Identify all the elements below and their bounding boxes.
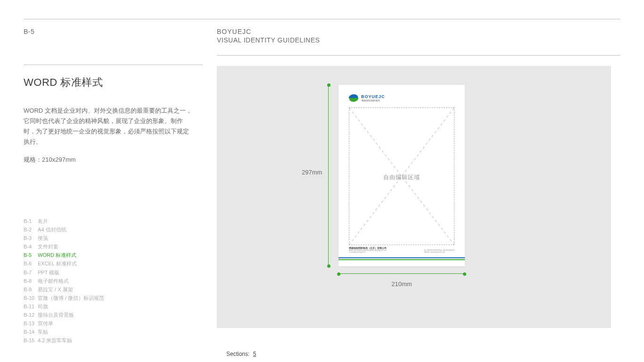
mid-rule-left (24, 65, 203, 65)
toc-item-b-11[interactable]: B-11司旗 (24, 302, 104, 311)
toc-item-code: B-7 (24, 268, 38, 277)
toc-item-code: B-3 (24, 234, 38, 242)
toc-item-b-7[interactable]: B-7PPT 模版 (24, 268, 104, 277)
toc-item-label: WORD 标准样式 (38, 251, 76, 259)
document-preview: BOYUEJC 博越锦程国际物流 自由编辑区域 (339, 85, 465, 266)
document-footer: 博越锦程国际物流（北京）有限公司 Boyue Jincheng Internat… (349, 247, 454, 261)
dimension-horizontal-line (339, 273, 465, 274)
toc-item-code: B-8 (24, 277, 38, 285)
dimension-vertical-line (328, 85, 329, 266)
toc-item-b-3[interactable]: B-3便笺 (24, 234, 104, 242)
toc-item-code: B-10 (24, 294, 38, 302)
toc-item-code: B-2 (24, 225, 38, 234)
editable-area: 自由编辑区域 (349, 107, 454, 245)
toc-item-code: B-5 (24, 251, 38, 259)
logo-text-secondary: 博越锦程国际物流 (361, 99, 385, 102)
toc-item-b-15[interactable]: B-154.2 米货车车贴 (24, 336, 104, 345)
toc-item-label: 电子邮件格式 (38, 277, 69, 285)
toc-item-b-6[interactable]: B-6EXCEL 标准样式 (24, 259, 104, 268)
toc-item-label: 4.2 米货车车贴 (38, 336, 72, 345)
toc-item-label: 名片 (38, 217, 48, 225)
dimension-height-label: 297mm (302, 169, 322, 176)
toc-item-code: B-4 (24, 242, 38, 251)
logo-text-primary: BOYUEJC (361, 94, 385, 99)
toc-item-b-1[interactable]: B-1名片 (24, 217, 104, 225)
top-rule (24, 19, 620, 19)
toc-item-label: 车贴 (38, 328, 48, 336)
toc-item-label: 文件封套 (38, 242, 58, 251)
toc-item-label: 宣传单 (38, 319, 53, 328)
sections-indicator: Sections: 5 (226, 351, 256, 357)
toc-item-b-5[interactable]: B-5WORD 标准样式 (24, 251, 104, 259)
toc-item-code: B-6 (24, 259, 38, 268)
body-text: WORD 文档是企业对内、对外交换信息的最重要的工具之一，它同时也代表了企业的精… (24, 106, 193, 147)
brand-subtitle: VISUAL IDENTITY GUIDELINES (217, 36, 620, 44)
dimension-width-label: 210mm (217, 280, 586, 288)
toc-item-label: EXCEL 标准样式 (38, 259, 77, 268)
toc-item-code: B-14 (24, 328, 38, 336)
spec-text: 规格：210x297mm (24, 156, 203, 164)
sections-label: Sections: (226, 351, 249, 357)
toc-item-code: B-1 (24, 217, 38, 225)
toc-item-label: 司旗 (38, 302, 48, 311)
footer-company-cn: 博越锦程国际物流（北京）有限公司 (349, 247, 387, 249)
page-title: WORD 标准样式 (24, 75, 203, 90)
toc-item-label: PPT 模版 (38, 268, 59, 277)
preview-canvas: 297mm 210mm BOYUEJC 博越锦程国际物流 (217, 66, 611, 328)
toc-item-b-10[interactable]: B-10官微（微博 / 微信）标识规范 (24, 294, 104, 302)
footer-address: 北京市朝阳区光华路甲2号 (349, 251, 387, 253)
toc-item-b-2[interactable]: B-2A4 信封信纸 (24, 225, 104, 234)
toc-item-b-13[interactable]: B-13宣传单 (24, 319, 104, 328)
toc-item-b-9[interactable]: B-9易拉宝 / X 展架 (24, 285, 104, 294)
page-code: B-5 (24, 28, 203, 45)
toc-item-code: B-15 (24, 336, 38, 345)
footer-contact-web: Website: www.boyuejc-intl.com (424, 251, 454, 253)
toc-item-label: 便笺 (38, 234, 48, 242)
toc-item-b-14[interactable]: B-14车贴 (24, 328, 104, 336)
table-of-contents: B-1名片B-2A4 信封信纸B-3便笺B-4文件封套B-5WORD 标准样式B… (24, 217, 104, 345)
toc-item-label: 易拉宝 / X 展架 (38, 285, 73, 294)
toc-item-code: B-13 (24, 319, 38, 328)
toc-item-code: B-9 (24, 285, 38, 294)
mid-rule-right (217, 55, 620, 56)
toc-item-b-8[interactable]: B-8电子邮件格式 (24, 277, 104, 285)
toc-item-code: B-11 (24, 302, 38, 311)
footer-line-blue (339, 257, 465, 258)
document-logo: BOYUEJC 博越锦程国际物流 (349, 94, 385, 102)
footer-line-green (339, 259, 465, 260)
logo-mark-icon (349, 94, 358, 102)
toc-item-label: 官微（微博 / 微信）标识规范 (38, 294, 104, 302)
toc-item-b-12[interactable]: B-12接待台及背景板 (24, 311, 104, 319)
brand-name: BOYUEJC (217, 28, 620, 35)
sections-value: 5 (253, 351, 256, 357)
editable-area-label: 自由编辑区域 (349, 173, 454, 181)
toc-item-code: B-12 (24, 311, 38, 319)
toc-item-label: A4 信封信纸 (38, 225, 66, 234)
toc-item-b-4[interactable]: B-4文件封套 (24, 242, 104, 251)
toc-item-label: 接待台及背景板 (38, 311, 74, 319)
